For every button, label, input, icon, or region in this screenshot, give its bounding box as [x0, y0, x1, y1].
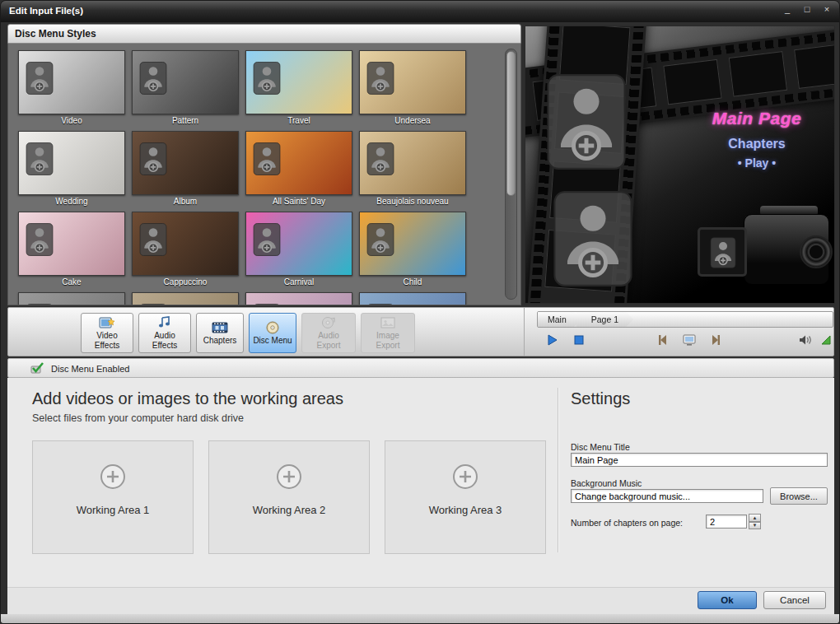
scrollbar-thumb[interactable] — [506, 51, 516, 196]
volume-handle-icon[interactable] — [817, 331, 835, 349]
background-music-input[interactable] — [571, 489, 763, 503]
preview-play-label: • Play • — [691, 156, 823, 170]
stop-button[interactable] — [570, 331, 588, 349]
toolbar-button-chapters[interactable]: Chapters — [196, 313, 244, 353]
chapters-count-input[interactable] — [706, 515, 747, 529]
toolbar-button-disc-menu[interactable]: Disc Menu — [249, 313, 296, 353]
style-thumbnail-album[interactable]: Album — [132, 131, 239, 207]
speaker-icon[interactable] — [797, 331, 815, 349]
audio-export-icon — [320, 316, 337, 329]
toolbar-band: Video Effects Audio Effects Chapters Dis… — [7, 307, 834, 356]
style-thumbnail-child[interactable]: Child — [359, 212, 466, 287]
style-thumbnail-image — [359, 292, 466, 305]
skip-to-start-button[interactable] — [654, 331, 672, 349]
play-button[interactable] — [544, 331, 562, 349]
style-thumbnail-undersea[interactable]: Undersea — [359, 50, 466, 126]
style-thumbnail-travel[interactable]: Travel — [245, 50, 352, 126]
styles-grid: Video Pattern Travel — [18, 50, 466, 305]
working-area-1[interactable]: Working Area 1 — [32, 440, 194, 554]
transport-controls — [537, 331, 835, 354]
disc-menu-title-label: Disc Menu Title — [571, 442, 630, 452]
spinner-down-button[interactable]: ▼ — [749, 522, 761, 530]
minimize-button[interactable]: _ — [782, 4, 793, 14]
toolbar-button-video-effects[interactable]: Video Effects — [81, 313, 133, 353]
chapters-count-spinner: ▲ ▼ — [749, 514, 761, 529]
style-thumbnail-pattern[interactable]: Pattern — [132, 50, 239, 126]
style-thumbnail-image — [18, 131, 125, 195]
maximize-button[interactable]: □ — [801, 4, 813, 14]
working-area-label: Working Area 1 — [77, 504, 150, 516]
style-thumbnail-label: Undersea — [359, 116, 466, 126]
person-placeholder-icon — [710, 235, 736, 271]
window-bottom-frame — [1, 614, 840, 624]
spinner-up-button[interactable]: ▲ — [749, 514, 761, 522]
style-thumbnail-image — [245, 50, 352, 114]
settings-heading: Settings — [571, 389, 630, 408]
toolbar-button-audio-export: Audio Export — [301, 313, 356, 353]
working-area-3[interactable]: Working Area 3 — [385, 440, 546, 554]
style-thumbnail-label: Beaujolais nouveau — [359, 197, 466, 207]
style-thumbnail-label: Travel — [245, 116, 352, 126]
person-placeholder-icon — [253, 303, 281, 305]
menu-preview[interactable]: Main Page Chapters • Play • — [525, 26, 835, 304]
settings-divider — [558, 388, 558, 552]
style-thumbnail-image — [18, 212, 125, 276]
preview-window-button[interactable] — [680, 331, 698, 349]
person-placeholder-icon[interactable] — [552, 189, 634, 288]
style-thumbnail-video[interactable]: Video — [18, 50, 125, 126]
person-placeholder-icon — [139, 61, 167, 95]
style-thumbnail-partial-14[interactable] — [245, 292, 352, 305]
close-button[interactable]: × — [821, 4, 833, 14]
person-placeholder-icon — [253, 61, 281, 95]
styles-panel-header: Disc Menu Styles — [7, 24, 521, 44]
person-placeholder-icon — [366, 61, 394, 95]
person-placeholder-icon — [26, 303, 54, 305]
person-placeholder-icon — [139, 222, 167, 257]
style-thumbnail-carnival[interactable]: Carnival — [245, 212, 352, 287]
breadcrumb-tab-page-1[interactable]: Page 1 — [576, 312, 633, 327]
style-thumbnail-image — [245, 212, 352, 276]
person-placeholder-icon — [366, 222, 394, 257]
working-area-label: Working Area 3 — [429, 504, 502, 516]
style-thumbnail-label: Wedding — [18, 197, 125, 207]
skip-to-end-button[interactable] — [707, 331, 725, 349]
styles-panel: Video Pattern Travel — [7, 44, 521, 305]
person-placeholder-icon — [26, 61, 54, 95]
ok-button[interactable]: Ok — [698, 591, 757, 609]
camcorder-lens — [800, 235, 833, 268]
browse-button[interactable]: Browse... — [770, 487, 828, 505]
person-placeholder-icon — [26, 142, 54, 176]
style-thumbnail-partial-15[interactable] — [359, 292, 466, 305]
camcorder-screen — [698, 227, 747, 277]
title-bar[interactable]: Edit Input File(s) _ □ × — [1, 1, 840, 22]
style-thumbnail-all-saints-day[interactable]: All Saints' Day — [245, 131, 352, 207]
edit-input-files-dialog: Edit Input File(s) _ □ × Disc Menu Style… — [0, 0, 840, 624]
style-thumbnail-label: Carnival — [245, 277, 352, 287]
person-placeholder-icon — [253, 142, 281, 176]
person-placeholder-icon — [253, 222, 281, 257]
style-thumbnail-label: Album — [132, 197, 239, 207]
working-area-2[interactable]: Working Area 2 — [208, 440, 370, 554]
styles-scrollbar[interactable] — [505, 49, 517, 300]
style-thumbnail-cake[interactable]: Cake — [18, 212, 125, 287]
style-thumbnail-image — [18, 292, 125, 305]
style-thumbnail-label: All Saints' Day — [245, 197, 352, 207]
style-thumbnail-partial-13[interactable] — [132, 292, 239, 305]
breadcrumb-tab-main[interactable]: Main — [538, 312, 581, 327]
audio-effects-icon — [156, 316, 173, 329]
working-areas: Working Area 1 Working Area 2 Working Ar… — [32, 440, 546, 554]
toolbar-button-audio-effects[interactable]: Audio Effects — [138, 313, 191, 353]
style-thumbnail-label: Pattern — [132, 116, 239, 126]
person-placeholder-icon[interactable] — [545, 72, 628, 171]
disc-menu-title-input[interactable] — [571, 453, 828, 467]
style-thumbnail-wedding[interactable]: Wedding — [18, 131, 125, 207]
style-thumbnail-cappuccino[interactable]: Cappuccino — [132, 212, 239, 287]
video-effects-icon — [99, 316, 115, 329]
add-videos-subtitle: Select files from your computer hard dis… — [32, 412, 244, 424]
main-area: Add videos or images to the working area… — [7, 378, 834, 587]
style-thumbnail-beaujolais-nouveau[interactable]: Beaujolais nouveau — [359, 131, 466, 207]
cancel-button[interactable]: Cancel — [763, 591, 826, 609]
style-thumbnail-partial-12[interactable] — [18, 292, 125, 305]
window-title: Edit Input File(s) — [9, 6, 83, 16]
style-thumbnail-image — [359, 212, 466, 276]
